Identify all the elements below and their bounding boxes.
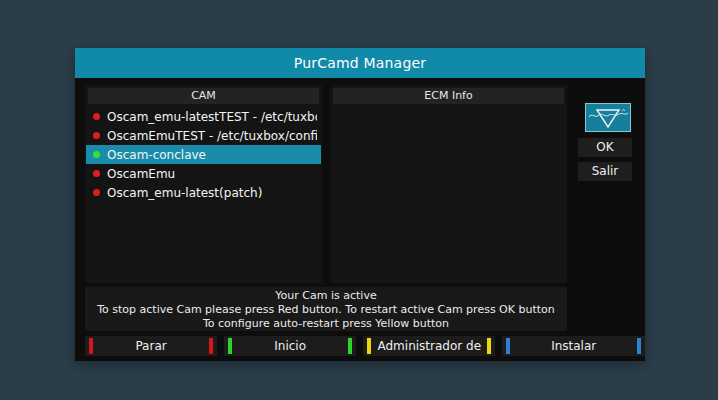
status-info-box: Your Cam is active To stop active Cam pl… — [85, 287, 567, 331]
green-bar-icon — [348, 338, 352, 354]
ok-button[interactable]: OK — [578, 138, 632, 157]
help-line-1: To stop active Cam please press Red butt… — [85, 303, 567, 317]
exit-button[interactable]: Salir — [578, 162, 632, 181]
blue-bar-icon — [506, 338, 510, 354]
yellow-bar-icon — [487, 338, 491, 354]
red-bar-icon — [209, 338, 213, 354]
cam-list-item[interactable]: OscamEmuTEST - /etc/tuxbox/configT — [86, 126, 321, 145]
cam-panel-header: CAM — [88, 88, 319, 104]
cam-list-item[interactable]: Oscam_emu-latest(patch) — [86, 183, 321, 202]
window-title: PurCamd Manager — [75, 48, 645, 78]
cam-item-label: Oscam_emu-latest(patch) — [107, 186, 262, 200]
cam-item-label: OscamEmuTEST - /etc/tuxbox/configT — [107, 129, 317, 143]
cam-logo-icon — [585, 103, 631, 132]
status-dot-icon — [93, 132, 100, 139]
green-button-label: Inicio — [274, 339, 306, 353]
status-line: Your Cam is active — [85, 289, 567, 303]
green-button-inicio[interactable]: Inicio — [224, 336, 356, 356]
red-button-label: Parar — [135, 339, 166, 353]
color-button-bar: Parar Inicio Administrador de Cron Insta… — [85, 336, 645, 356]
cam-item-label: OscamEmu — [107, 167, 175, 181]
status-dot-icon — [93, 151, 100, 158]
green-bar-icon — [228, 338, 232, 354]
cam-item-label: Oscam_emu-latestTEST - /etc/tuxbox/c — [107, 110, 317, 124]
cam-list-item[interactable]: OscamEmu — [86, 164, 321, 183]
yellow-button-label: Administrador de Cron — [378, 339, 482, 356]
desktop-background: PurCamd Manager CAM Oscam_emu-latestTEST… — [0, 0, 718, 400]
ecm-info-header: ECM Info — [333, 88, 564, 104]
help-line-2: To configure auto-restart press Yellow b… — [85, 317, 567, 331]
yellow-button-cron[interactable]: Administrador de Cron — [363, 336, 495, 356]
purcamd-manager-window: PurCamd Manager CAM Oscam_emu-latestTEST… — [75, 48, 645, 361]
red-button-parar[interactable]: Parar — [85, 336, 217, 356]
red-bar-icon — [89, 338, 93, 354]
cam-panel: CAM Oscam_emu-latestTEST - /etc/tuxbox/c… — [85, 85, 322, 283]
ecm-info-panel: ECM Info — [330, 85, 567, 283]
cam-list-item[interactable]: Oscam_emu-latestTEST - /etc/tuxbox/c — [86, 107, 321, 126]
status-dot-icon — [93, 189, 100, 196]
blue-bar-icon — [637, 338, 641, 354]
cam-list[interactable]: Oscam_emu-latestTEST - /etc/tuxbox/c Osc… — [86, 107, 321, 281]
status-dot-icon — [93, 113, 100, 120]
yellow-bar-icon — [367, 338, 371, 354]
blue-button-instalar[interactable]: Instalar — [502, 336, 645, 356]
cam-list-item-selected[interactable]: Oscam-conclave — [86, 145, 321, 164]
ecm-info-content — [331, 107, 566, 281]
blue-button-label: Instalar — [551, 339, 596, 353]
cam-item-label: Oscam-conclave — [107, 148, 206, 162]
status-dot-icon — [93, 170, 100, 177]
